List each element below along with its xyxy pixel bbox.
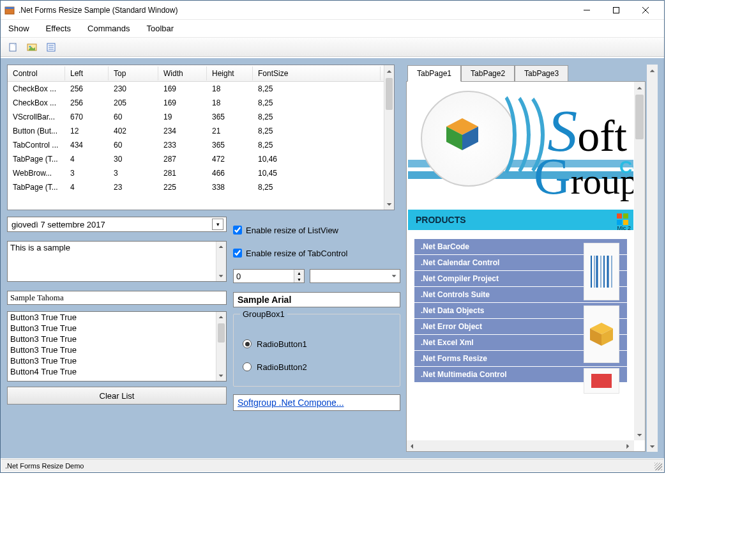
radio-icon[interactable] [243,362,252,371]
menu-toolbar[interactable]: Toolbar [144,21,177,36]
calendar-dropdown-icon[interactable]: ▾ [212,219,223,230]
side-thumbnails [584,243,619,399]
link-text: Softgroup .Net Compone... [238,397,344,408]
logo-group: Group [534,148,633,206]
box-icon [584,305,619,363]
menubar: Show Effects Commands Toolbar [1,20,664,38]
groupbox: GroupBox1 RadioButton1 RadioButton2 [233,314,400,387]
menu-show[interactable]: Show [6,21,32,36]
scroll-down-icon[interactable]: ⏷ [647,440,658,452]
date-value: giovedì 7 settembre 2017 [11,220,105,229]
statusbar: .Net Forms Resize Demo [1,459,663,472]
spin-up-icon[interactable]: ▲ [294,270,304,276]
radio-icon[interactable] [243,339,252,348]
checkbox-input[interactable] [233,226,242,235]
scroll-up-icon[interactable]: ⏶ [216,312,226,322]
scroll-down-icon[interactable]: ⏷ [216,371,226,381]
sample-textarea[interactable]: This is a sample ⏶ ⏷ [7,241,227,282]
listbox-item[interactable]: Button3 True True [8,344,226,355]
resize-grip-icon[interactable] [654,463,662,470]
minimize-button[interactable] [572,1,601,19]
client-area: Control Left Top Width Height FontSize C… [1,58,664,458]
groupbox-title: GroupBox1 [240,309,287,319]
outer-vscrollbar[interactable]: ⏶ ⏷ [647,65,658,452]
svg-rect-3 [614,7,619,13]
list-icon[interactable] [44,40,58,54]
image-icon[interactable] [25,40,39,54]
menu-effects[interactable]: Effects [43,21,74,36]
combobox[interactable]: ⏷ [310,269,400,283]
microsoft-icon [616,212,630,226]
svg-rect-19 [617,220,622,225]
tab-strip: TabPage1 TabPage2 TabPage3 [406,65,646,81]
scroll-down-icon[interactable]: ⏷ [634,429,645,440]
logo-area: Soft Group CO [408,83,633,210]
checkbox-label: Enable resize of TabControl [246,249,347,258]
clear-list-button[interactable]: Clear List [7,387,227,405]
textarea-scrollbar[interactable]: ⏶ ⏷ [216,242,226,281]
listbox-scrollbar[interactable]: ⏶ ⏷ [216,312,226,381]
numeric-updown[interactable]: 0 ▲ ▼ [233,269,305,283]
svg-rect-1 [5,7,14,9]
logo-co: CO [619,157,633,178]
new-file-icon[interactable] [6,40,20,54]
tabpage-content: Soft Group CO PRODUCTS Mic 2 .Net BarCod… [406,81,646,452]
textarea-value: This is a sample [10,243,70,252]
listbox[interactable]: Button3 True TrueButton3 True TrueButton… [7,311,227,382]
svg-rect-31 [591,374,612,388]
toolbar [1,38,664,57]
arial-value: Sample Arial [238,295,291,305]
mic-text: Mic 2 [617,225,631,231]
scroll-thumb[interactable] [218,323,225,343]
tabpage-hscrollbar[interactable]: ⏴ ⏵ [407,440,634,451]
window-title: .Net Forms Resize Sample (Standard Windo… [19,6,572,15]
scroll-down-icon[interactable]: ⏷ [216,271,226,281]
listbox-item[interactable]: Button3 True True [8,312,226,323]
status-text: .Net Forms Resize Demo [5,462,84,470]
web-browser[interactable]: Soft Group CO PRODUCTS Mic 2 .Net BarCod… [408,83,633,440]
tahoma-input[interactable]: Sample Tahoma [7,291,227,305]
tahoma-value: Sample Tahoma [10,293,64,303]
checkbox-input[interactable] [233,249,242,258]
tab-tabpage2[interactable]: TabPage2 [461,65,515,81]
scroll-up-icon[interactable]: ⏶ [647,65,658,76]
scroll-up-icon[interactable]: ⏶ [216,242,226,252]
products-title: PRODUCTS [416,215,466,225]
products-header: PRODUCTS Mic 2 [408,210,633,230]
arcs-decoration [472,87,542,189]
radio-label: RadioButton1 [257,339,307,349]
tabpage-vscrollbar[interactable]: ⏶ ⏷ [634,82,645,440]
svg-rect-17 [617,213,622,219]
scroll-right-icon[interactable]: ⏵ [623,442,634,449]
scroll-thumb[interactable] [635,95,644,139]
svg-rect-20 [623,220,628,225]
softgroup-link[interactable]: Softgroup .Net Compone... [233,394,400,411]
close-button[interactable] [631,1,660,19]
app-icon [4,5,15,15]
scroll-left-icon[interactable]: ⏴ [407,442,418,449]
listbox-item[interactable]: Button4 True True [8,366,226,377]
titlebar[interactable]: .Net Forms Resize Sample (Standard Windo… [1,1,664,20]
scroll-up-icon[interactable]: ⏶ [634,82,645,93]
menu-commands[interactable]: Commands [85,21,132,36]
radio-label: RadioButton2 [257,362,307,372]
svg-rect-18 [623,213,628,219]
checkbox-label: Enable resize of ListView [246,226,338,235]
chevron-down-icon[interactable]: ⏷ [389,273,398,279]
date-picker[interactable]: giovedì 7 settembre 2017 ▾ [7,217,227,232]
main-window: .Net Forms Resize Sample (Standard Windo… [0,0,665,473]
spin-down-icon[interactable]: ▼ [294,276,304,282]
tab-tabpage1[interactable]: TabPage1 [407,65,461,82]
barcode-icon [584,243,619,300]
tab-tabpage3[interactable]: TabPage3 [515,65,568,81]
listbox-item[interactable]: Button3 True True [8,355,226,366]
enable-listview-checkbox[interactable]: Enable resize of ListView [233,223,400,237]
radiobutton1[interactable]: RadioButton1 [243,335,391,353]
enable-tabcontrol-checkbox[interactable]: Enable resize of TabControl [233,246,400,260]
listbox-item[interactable]: Button3 True True [8,323,226,334]
arial-input[interactable]: Sample Arial [233,292,400,307]
radiobutton2[interactable]: RadioButton2 [243,358,391,376]
listbox-item[interactable]: Button3 True True [8,334,226,344]
maximize-button[interactable] [601,1,631,19]
tab-control: TabPage1 TabPage2 TabPage3 [406,65,646,452]
